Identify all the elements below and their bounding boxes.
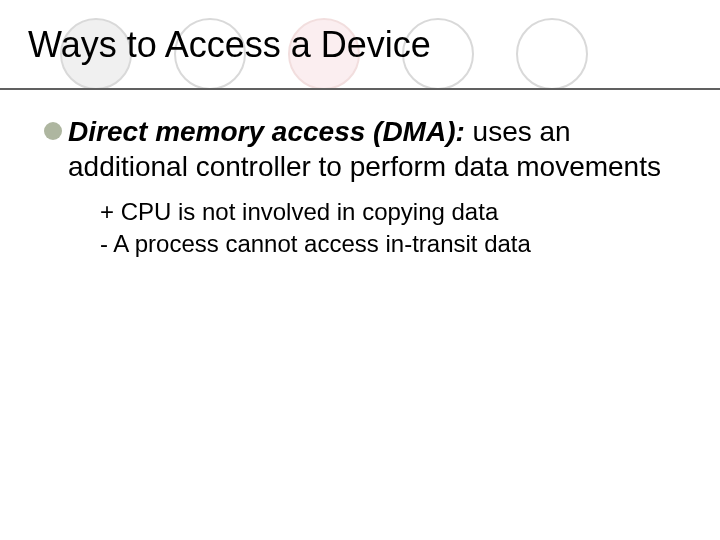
bullet-term: Direct memory access (DMA): (68, 116, 465, 147)
slide-content: Direct memory access (DMA): uses an addi… (0, 66, 720, 261)
sub-item-minus: - A process cannot access in-transit dat… (100, 228, 676, 260)
bullet-item: Direct memory access (DMA): uses an addi… (44, 114, 676, 184)
bullet-icon (44, 122, 62, 140)
bullet-text: Direct memory access (DMA): uses an addi… (68, 114, 676, 184)
sub-item-plus: + CPU is not involved in copying data (100, 196, 676, 228)
sub-list: + CPU is not involved in copying data - … (44, 184, 676, 261)
slide-title: Ways to Access a Device (28, 24, 692, 66)
